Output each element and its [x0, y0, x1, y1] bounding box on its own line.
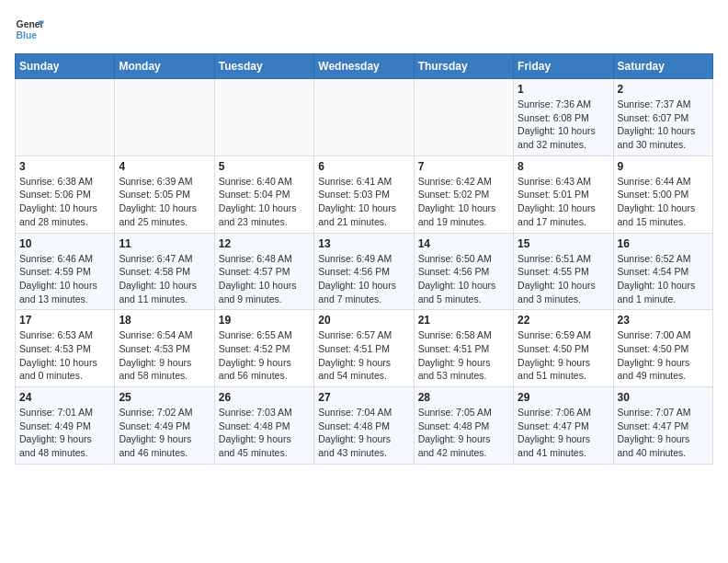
calendar-cell: 14Sunrise: 6:50 AM Sunset: 4:56 PM Dayli…: [414, 233, 513, 310]
day-number: 11: [119, 237, 210, 250]
svg-text:Blue: Blue: [17, 30, 38, 40]
calendar-body: 1Sunrise: 7:36 AM Sunset: 6:08 PM Daylig…: [16, 79, 713, 465]
day-header-monday: Monday: [115, 54, 214, 79]
day-number: 27: [318, 391, 409, 404]
day-detail: Sunrise: 6:49 AM Sunset: 4:56 PM Dayligh…: [318, 252, 409, 306]
logo-icon: General Blue: [15, 15, 44, 44]
week-row-2: 3Sunrise: 6:38 AM Sunset: 5:06 PM Daylig…: [16, 155, 713, 233]
day-detail: Sunrise: 6:58 AM Sunset: 4:51 PM Dayligh…: [418, 328, 509, 383]
day-number: 17: [19, 314, 110, 327]
day-detail: Sunrise: 7:00 AM Sunset: 4:50 PM Dayligh…: [618, 328, 709, 383]
day-number: 6: [318, 160, 409, 173]
day-number: 13: [318, 237, 409, 250]
day-number: 12: [219, 237, 310, 250]
day-number: 18: [119, 314, 210, 327]
calendar-cell: 13Sunrise: 6:49 AM Sunset: 4:56 PM Dayli…: [314, 233, 414, 310]
day-header-saturday: Saturday: [613, 54, 712, 79]
day-detail: Sunrise: 6:54 AM Sunset: 4:53 PM Dayligh…: [119, 328, 210, 383]
day-detail: Sunrise: 6:40 AM Sunset: 5:04 PM Dayligh…: [219, 175, 310, 229]
calendar-cell: 21Sunrise: 6:58 AM Sunset: 4:51 PM Dayli…: [414, 310, 513, 387]
day-detail: Sunrise: 7:05 AM Sunset: 4:48 PM Dayligh…: [418, 406, 509, 460]
day-detail: Sunrise: 7:07 AM Sunset: 4:47 PM Dayligh…: [618, 406, 709, 460]
day-header-thursday: Thursday: [414, 54, 513, 79]
day-detail: Sunrise: 6:55 AM Sunset: 4:52 PM Dayligh…: [219, 328, 310, 383]
calendar-cell: 6Sunrise: 6:41 AM Sunset: 5:03 PM Daylig…: [314, 155, 414, 233]
day-number: 10: [19, 237, 110, 250]
day-detail: Sunrise: 6:44 AM Sunset: 5:00 PM Dayligh…: [618, 175, 709, 229]
calendar-cell: 9Sunrise: 6:44 AM Sunset: 5:00 PM Daylig…: [613, 155, 712, 233]
calendar-cell: 3Sunrise: 6:38 AM Sunset: 5:06 PM Daylig…: [16, 155, 115, 233]
calendar-cell: [214, 79, 313, 156]
calendar-cell: 19Sunrise: 6:55 AM Sunset: 4:52 PM Dayli…: [214, 310, 313, 387]
calendar-cell: [16, 79, 115, 156]
calendar-cell: 5Sunrise: 6:40 AM Sunset: 5:04 PM Daylig…: [214, 155, 313, 233]
day-detail: Sunrise: 7:04 AM Sunset: 4:48 PM Dayligh…: [318, 406, 409, 460]
day-number: 9: [618, 160, 709, 173]
day-number: 28: [418, 391, 509, 404]
day-detail: Sunrise: 6:48 AM Sunset: 4:57 PM Dayligh…: [219, 252, 310, 306]
calendar-cell: 23Sunrise: 7:00 AM Sunset: 4:50 PM Dayli…: [613, 310, 712, 387]
calendar-cell: 8Sunrise: 6:43 AM Sunset: 5:01 PM Daylig…: [514, 155, 613, 233]
day-detail: Sunrise: 6:51 AM Sunset: 4:55 PM Dayligh…: [518, 252, 609, 306]
day-detail: Sunrise: 6:52 AM Sunset: 4:54 PM Dayligh…: [618, 252, 709, 306]
calendar-cell: 10Sunrise: 6:46 AM Sunset: 4:59 PM Dayli…: [16, 233, 115, 310]
calendar-cell: [314, 79, 414, 156]
day-detail: Sunrise: 6:46 AM Sunset: 4:59 PM Dayligh…: [19, 252, 110, 306]
calendar-cell: 11Sunrise: 6:47 AM Sunset: 4:58 PM Dayli…: [115, 233, 214, 310]
day-number: 23: [618, 314, 709, 327]
calendar-cell: 26Sunrise: 7:03 AM Sunset: 4:48 PM Dayli…: [214, 387, 313, 465]
day-header-friday: Friday: [514, 54, 613, 79]
calendar-cell: [115, 79, 214, 156]
calendar-cell: 18Sunrise: 6:54 AM Sunset: 4:53 PM Dayli…: [115, 310, 214, 387]
calendar-table: SundayMondayTuesdayWednesdayThursdayFrid…: [15, 53, 713, 465]
day-header-wednesday: Wednesday: [314, 54, 414, 79]
day-number: 19: [219, 314, 310, 327]
calendar-cell: 2Sunrise: 7:37 AM Sunset: 6:07 PM Daylig…: [613, 79, 712, 156]
day-detail: Sunrise: 7:37 AM Sunset: 6:07 PM Dayligh…: [618, 98, 709, 152]
day-number: 16: [618, 237, 709, 250]
day-number: 7: [418, 160, 509, 173]
page-header: General Blue: [15, 15, 713, 44]
day-detail: Sunrise: 6:41 AM Sunset: 5:03 PM Dayligh…: [318, 175, 409, 229]
day-detail: Sunrise: 6:39 AM Sunset: 5:05 PM Dayligh…: [119, 175, 210, 229]
day-number: 29: [518, 391, 609, 404]
calendar-cell: 1Sunrise: 7:36 AM Sunset: 6:08 PM Daylig…: [514, 79, 613, 156]
day-detail: Sunrise: 7:03 AM Sunset: 4:48 PM Dayligh…: [219, 406, 310, 460]
week-row-5: 24Sunrise: 7:01 AM Sunset: 4:49 PM Dayli…: [16, 387, 713, 465]
day-number: 2: [618, 83, 709, 96]
calendar-cell: 30Sunrise: 7:07 AM Sunset: 4:47 PM Dayli…: [613, 387, 712, 465]
day-detail: Sunrise: 6:38 AM Sunset: 5:06 PM Dayligh…: [19, 175, 110, 229]
day-detail: Sunrise: 6:53 AM Sunset: 4:53 PM Dayligh…: [19, 328, 110, 383]
day-number: 25: [119, 391, 210, 404]
logo: General Blue: [15, 15, 44, 44]
day-detail: Sunrise: 7:06 AM Sunset: 4:47 PM Dayligh…: [518, 406, 609, 460]
day-detail: Sunrise: 6:42 AM Sunset: 5:02 PM Dayligh…: [418, 175, 509, 229]
day-number: 22: [518, 314, 609, 327]
day-header-sunday: Sunday: [16, 54, 115, 79]
day-number: 8: [518, 160, 609, 173]
calendar-cell: 27Sunrise: 7:04 AM Sunset: 4:48 PM Dayli…: [314, 387, 414, 465]
calendar-cell: [414, 79, 513, 156]
calendar-cell: 16Sunrise: 6:52 AM Sunset: 4:54 PM Dayli…: [613, 233, 712, 310]
day-detail: Sunrise: 7:36 AM Sunset: 6:08 PM Dayligh…: [518, 98, 609, 152]
day-number: 1: [518, 83, 609, 96]
calendar-cell: 7Sunrise: 6:42 AM Sunset: 5:02 PM Daylig…: [414, 155, 513, 233]
week-row-4: 17Sunrise: 6:53 AM Sunset: 4:53 PM Dayli…: [16, 310, 713, 387]
calendar-cell: 17Sunrise: 6:53 AM Sunset: 4:53 PM Dayli…: [16, 310, 115, 387]
week-row-3: 10Sunrise: 6:46 AM Sunset: 4:59 PM Dayli…: [16, 233, 713, 310]
calendar-cell: 29Sunrise: 7:06 AM Sunset: 4:47 PM Dayli…: [514, 387, 613, 465]
day-number: 21: [418, 314, 509, 327]
day-number: 15: [518, 237, 609, 250]
day-detail: Sunrise: 6:43 AM Sunset: 5:01 PM Dayligh…: [518, 175, 609, 229]
week-row-1: 1Sunrise: 7:36 AM Sunset: 6:08 PM Daylig…: [16, 79, 713, 156]
day-detail: Sunrise: 6:59 AM Sunset: 4:50 PM Dayligh…: [518, 328, 609, 383]
calendar-cell: 25Sunrise: 7:02 AM Sunset: 4:49 PM Dayli…: [115, 387, 214, 465]
day-detail: Sunrise: 7:01 AM Sunset: 4:49 PM Dayligh…: [19, 406, 110, 460]
day-detail: Sunrise: 7:02 AM Sunset: 4:49 PM Dayligh…: [119, 406, 210, 460]
calendar-cell: 12Sunrise: 6:48 AM Sunset: 4:57 PM Dayli…: [214, 233, 313, 310]
day-number: 30: [618, 391, 709, 404]
calendar-header: SundayMondayTuesdayWednesdayThursdayFrid…: [16, 54, 713, 79]
day-number: 20: [318, 314, 409, 327]
calendar-cell: 20Sunrise: 6:57 AM Sunset: 4:51 PM Dayli…: [314, 310, 414, 387]
day-detail: Sunrise: 6:50 AM Sunset: 4:56 PM Dayligh…: [418, 252, 509, 306]
